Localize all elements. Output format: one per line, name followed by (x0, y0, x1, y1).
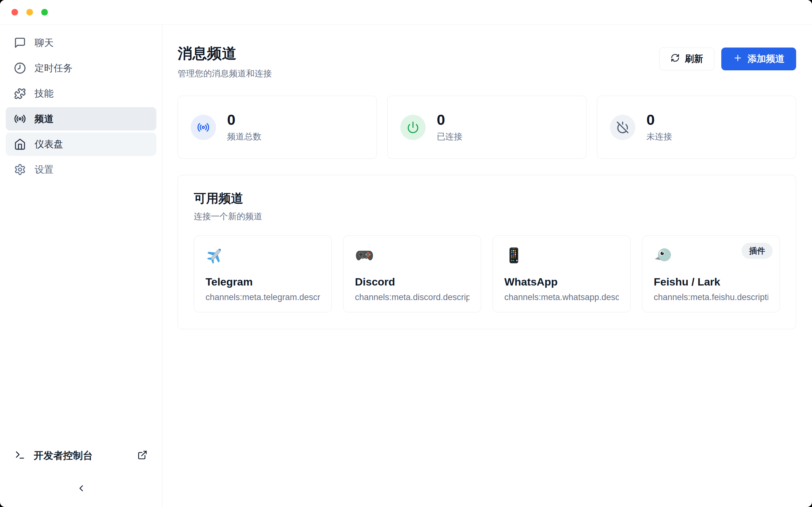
sidebar-item-定时任务[interactable]: 定时任务 (6, 56, 156, 80)
stat-value: 0 (437, 112, 462, 127)
power-off-icon (610, 115, 635, 140)
gamepad-emoji (355, 246, 374, 265)
header-actions: 刷新 添加频道 (659, 48, 796, 70)
sidebar-item-聊天[interactable]: 聊天 (6, 31, 156, 55)
channel-description: channels:meta.whatsapp.description (504, 292, 619, 302)
sidebar: 聊天定时任务技能频道仪表盘设置 开发者控制台 (0, 25, 162, 507)
channels-grid: Telegramchannels:meta.telegram.descripti… (194, 235, 780, 313)
stat-value: 0 (227, 112, 261, 127)
chat-bubble-icon (14, 37, 26, 49)
clock-icon (14, 62, 26, 74)
refresh-button-label: 刷新 (685, 53, 703, 65)
broadcast-icon (191, 115, 216, 140)
traffic-lights (11, 9, 48, 15)
sidebar-footer: 开发者控制台 (6, 447, 156, 496)
close-button[interactable] (11, 9, 18, 15)
broadcast-icon (14, 113, 26, 125)
add-channel-button[interactable]: 添加频道 (721, 48, 796, 70)
channel-card-Telegram[interactable]: Telegramchannels:meta.telegram.descripti… (194, 235, 332, 313)
channel-card-Discord[interactable]: Discordchannels:meta.discord.description (343, 235, 481, 313)
bird-emoji (654, 246, 673, 265)
home-icon (14, 138, 26, 150)
sidebar-item-label: 定时任务 (35, 62, 72, 75)
window-titlebar (0, 0, 812, 25)
channel-name: WhatsApp (504, 276, 619, 288)
plugin-badge: 插件 (742, 243, 773, 259)
channel-card-WhatsApp[interactable]: WhatsAppchannels:meta.whatsapp.descripti… (493, 235, 630, 313)
sidebar-item-label: 设置 (35, 163, 54, 176)
sidebar-item-label: 聊天 (35, 37, 54, 49)
stat-value: 0 (647, 112, 672, 127)
developer-console-label: 开发者控制台 (34, 449, 93, 462)
page-header-text: 消息频道 管理您的消息频道和连接 (177, 44, 272, 79)
channel-description: channels:meta.discord.description (355, 292, 469, 302)
channel-name: Discord (355, 276, 469, 288)
app-window: 聊天定时任务技能频道仪表盘设置 开发者控制台 消息频道 (0, 0, 812, 507)
mobile-phone-emoji (504, 246, 523, 265)
sidebar-item-仪表盘[interactable]: 仪表盘 (6, 132, 156, 156)
sidebar-item-label: 频道 (35, 112, 54, 125)
sidebar-nav: 聊天定时任务技能频道仪表盘设置 (6, 31, 156, 183)
power-icon (400, 115, 426, 140)
channel-name: Telegram (206, 276, 320, 288)
channel-card-Feishu / Lark[interactable]: 插件Feishu / Larkchannels:meta.feishu.desc… (642, 235, 780, 313)
sidebar-item-设置[interactable]: 设置 (6, 158, 156, 181)
stat-label: 未连接 (647, 131, 672, 142)
channel-name: Feishu / Lark (654, 276, 768, 288)
available-channels-subtitle: 连接一个新的频道 (194, 211, 780, 222)
minimize-button[interactable] (26, 9, 33, 15)
stat-label: 频道总数 (227, 131, 261, 142)
page-subtitle: 管理您的消息频道和连接 (177, 68, 272, 79)
zoom-button[interactable] (41, 9, 48, 15)
available-channels-title: 可用频道 (194, 190, 780, 207)
stat-label: 已连接 (437, 131, 462, 142)
sidebar-item-技能[interactable]: 技能 (6, 82, 156, 105)
page-header: 消息频道 管理您的消息频道和连接 刷新 添加频道 (177, 44, 796, 79)
gear-icon (14, 164, 26, 176)
add-channel-button-label: 添加频道 (748, 53, 784, 65)
chevron-left-icon (76, 483, 86, 494)
stat-card-已连接: 0已连接 (387, 96, 587, 159)
refresh-button[interactable]: 刷新 (659, 48, 714, 70)
app-body: 聊天定时任务技能频道仪表盘设置 开发者控制台 消息频道 (0, 25, 812, 507)
stat-card-频道总数: 0频道总数 (177, 96, 377, 159)
developer-console-link[interactable]: 开发者控制台 (6, 447, 156, 464)
refresh-icon (670, 53, 680, 65)
sidebar-item-label: 技能 (35, 87, 54, 100)
available-channels-section: 可用频道 连接一个新的频道 Telegramchannels:meta.tele… (177, 175, 796, 329)
sidebar-item-频道[interactable]: 频道 (6, 107, 156, 130)
external-link-icon[interactable] (137, 450, 148, 461)
sidebar-collapse-button[interactable] (72, 482, 90, 496)
puzzle-icon (14, 88, 26, 100)
channels-page: 消息频道 管理您的消息频道和连接 刷新 添加频道 0频道总数0已连接0未连接 (162, 25, 812, 507)
channel-description: channels:meta.telegram.description (206, 292, 320, 302)
sidebar-item-label: 仪表盘 (35, 138, 63, 151)
page-title: 消息频道 (177, 44, 272, 63)
stats-row: 0频道总数0已连接0未连接 (177, 96, 796, 159)
stat-card-未连接: 0未连接 (597, 96, 796, 159)
terminal-icon (14, 450, 26, 462)
plus-icon (733, 53, 743, 65)
channel-description: channels:meta.feishu.description (654, 292, 768, 302)
airplane-emoji (206, 246, 224, 265)
